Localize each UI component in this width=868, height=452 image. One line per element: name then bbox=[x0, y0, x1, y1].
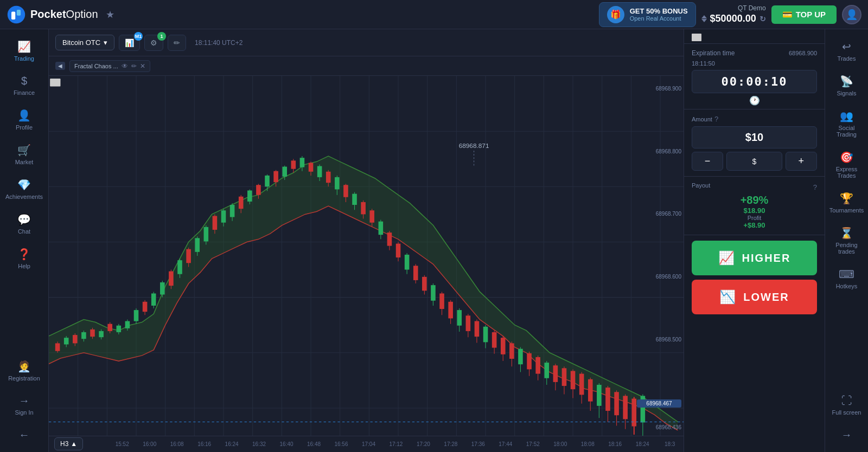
sidebar-item-finance[interactable]: $ Finance bbox=[3, 68, 46, 102]
svg-rect-39 bbox=[81, 332, 86, 339]
amount-increase-button[interactable]: + bbox=[786, 152, 817, 171]
help-icon: ❓ bbox=[17, 248, 31, 261]
svg-rect-103 bbox=[361, 202, 366, 214]
bonus-banner[interactable]: 🎁 GET 50% BONUS Open Real Account bbox=[599, 2, 696, 27]
favorite-button[interactable]: ★ bbox=[106, 9, 114, 21]
sidebar-item-trades[interactable]: ↩ Trades bbox=[825, 34, 869, 68]
indicator-edit-icon[interactable]: ✏ bbox=[131, 62, 137, 70]
trades-icon: ↩ bbox=[842, 40, 851, 53]
time-axis: 15:52 16:00 16:08 16:16 16:24 16:32 16:4… bbox=[49, 436, 684, 452]
sidebar-item-chat[interactable]: 💬 Chat bbox=[3, 206, 46, 241]
svg-rect-99 bbox=[343, 185, 348, 197]
topup-button[interactable]: 💳 TOP UP bbox=[771, 5, 837, 24]
logo[interactable]: PocketOption bbox=[7, 5, 98, 24]
flag-icon bbox=[692, 34, 701, 41]
sidebar-item-tournaments[interactable]: 🏆 Tournaments bbox=[825, 185, 869, 220]
sidebar-item-signin[interactable]: → Sign In bbox=[3, 388, 46, 422]
refresh-icon[interactable]: ↻ bbox=[760, 15, 766, 23]
indicator-close-icon[interactable]: ✕ bbox=[140, 62, 145, 70]
timeframe-selector[interactable]: H3 ▲ bbox=[54, 437, 83, 450]
time-label-0: 15:52 bbox=[108, 441, 136, 447]
svg-rect-87 bbox=[291, 160, 296, 169]
time-label-14: 17:44 bbox=[492, 441, 519, 447]
sidebar-item-hotkeys[interactable]: ⌨ Hotkeys bbox=[825, 261, 869, 296]
sidebar-item-help[interactable]: ❓ Help bbox=[3, 241, 46, 276]
timeframe-dropdown-icon: ▲ bbox=[71, 440, 77, 448]
chart-type-button[interactable]: 📊 M1 bbox=[119, 35, 140, 51]
payout-header: Payout ? bbox=[692, 182, 817, 192]
bonus-text: GET 50% BONUS Open Real Account bbox=[630, 7, 688, 22]
indicator-row: ◀ Fractal Chaos ... 👁 ✏ ✕ bbox=[49, 56, 684, 76]
svg-rect-59 bbox=[169, 272, 174, 286]
sidebar-item-achievements[interactable]: 💎 Achievements bbox=[3, 172, 46, 206]
sidebar-item-profile[interactable]: 👤 Profile bbox=[3, 102, 46, 137]
amount-decrease-button[interactable]: − bbox=[692, 152, 723, 171]
svg-rect-133 bbox=[492, 332, 497, 348]
chart-toolbar: Bitcoin OTC ▾ 📊 M1 ⚙ 1 ✏ 18:11:40 UTC+2 bbox=[49, 29, 684, 56]
signin-icon: → bbox=[19, 395, 30, 407]
sidebar-item-collapse-right[interactable]: → bbox=[825, 422, 869, 448]
asset-selector[interactable]: Bitcoin OTC ▾ bbox=[55, 35, 114, 50]
amount-display[interactable]: $10 bbox=[692, 126, 817, 148]
sidebar-item-signals[interactable]: 📡 Signals bbox=[825, 68, 869, 103]
svg-rect-97 bbox=[335, 177, 340, 189]
timer-display[interactable]: 00:00:10 bbox=[692, 70, 817, 93]
finance-icon: $ bbox=[21, 75, 27, 87]
amount-help-icon[interactable]: ? bbox=[714, 115, 718, 123]
draw-button[interactable]: ✏ bbox=[168, 35, 186, 51]
svg-rect-55 bbox=[151, 293, 156, 305]
svg-rect-101 bbox=[352, 194, 357, 205]
back-icon: ← bbox=[19, 429, 30, 441]
svg-rect-79 bbox=[256, 185, 261, 195]
lower-button[interactable]: 📉 LOWER bbox=[692, 280, 817, 314]
svg-rect-155 bbox=[588, 379, 593, 402]
sidebar-item-social-trading[interactable]: 👥 Social Trading bbox=[825, 103, 869, 144]
sidebar-item-pending-trades[interactable]: ⌛ Pending trades bbox=[825, 220, 869, 261]
payout-help-icon[interactable]: ? bbox=[813, 183, 817, 191]
topbar: PocketOption ★ 🎁 GET 50% BONUS Open Real… bbox=[0, 0, 868, 29]
time-label-9: 17:04 bbox=[355, 441, 382, 447]
svg-rect-170 bbox=[50, 79, 60, 86]
svg-rect-149 bbox=[562, 368, 567, 386]
svg-rect-67 bbox=[204, 227, 209, 242]
bonus-icon: 🎁 bbox=[607, 6, 624, 23]
left-sidebar: 📈 Trading $ Finance 👤 Profile 🛒 Market 💎… bbox=[0, 29, 49, 452]
currency-button[interactable]: $ bbox=[726, 152, 782, 171]
svg-rect-119 bbox=[431, 285, 436, 301]
chart-svg-wrapper: 68968.871 68968.900 68968.800 68968.700 … bbox=[49, 76, 684, 436]
balance-up-arrow[interactable] bbox=[701, 15, 707, 18]
indicator-eye-icon[interactable]: 👁 bbox=[122, 62, 128, 70]
registration-icon: 🧑‍💼 bbox=[17, 360, 31, 373]
svg-rect-77 bbox=[247, 190, 252, 201]
svg-rect-75 bbox=[239, 197, 244, 209]
svg-point-0 bbox=[8, 5, 25, 23]
higher-button[interactable]: 📈 HIGHER bbox=[692, 241, 817, 275]
indicator-count-badge: 1 bbox=[157, 32, 166, 41]
sidebar-item-back[interactable]: ← bbox=[3, 422, 46, 448]
svg-rect-35 bbox=[64, 338, 69, 344]
trading-icon: 📈 bbox=[17, 40, 31, 53]
time-label-11: 17:20 bbox=[410, 441, 437, 447]
svg-rect-105 bbox=[369, 210, 374, 222]
account-type: QT Demo bbox=[738, 4, 766, 12]
time-label-17: 18:08 bbox=[574, 441, 601, 447]
sidebar-item-market[interactable]: 🛒 Market bbox=[3, 137, 46, 172]
svg-rect-33 bbox=[55, 343, 60, 351]
sidebar-item-express-trades[interactable]: 🎯 Express Trades bbox=[825, 144, 869, 185]
sidebar-item-registration[interactable]: 🧑‍💼 Registration bbox=[3, 353, 46, 388]
avatar[interactable]: 👤 bbox=[842, 5, 861, 24]
balance-arrows[interactable] bbox=[701, 15, 707, 22]
higher-arrow-icon: 📈 bbox=[718, 250, 736, 266]
sidebar-item-fullscreen[interactable]: ⛶ Full screen bbox=[825, 388, 869, 422]
svg-rect-135 bbox=[501, 338, 506, 354]
svg-rect-157 bbox=[597, 385, 602, 406]
svg-rect-43 bbox=[99, 331, 104, 337]
right-trading-panel: Expiration time 68968.900 18:11:50 00:00… bbox=[684, 29, 825, 452]
svg-rect-109 bbox=[387, 233, 392, 246]
indicator-collapse-button[interactable]: ◀ bbox=[55, 62, 65, 70]
asset-dropdown-icon: ▾ bbox=[104, 38, 107, 47]
time-label-5: 16:32 bbox=[245, 441, 272, 447]
sidebar-item-trading[interactable]: 📈 Trading bbox=[3, 34, 46, 68]
balance-down-arrow[interactable] bbox=[701, 19, 707, 22]
indicators-button[interactable]: ⚙ 1 bbox=[144, 35, 163, 51]
